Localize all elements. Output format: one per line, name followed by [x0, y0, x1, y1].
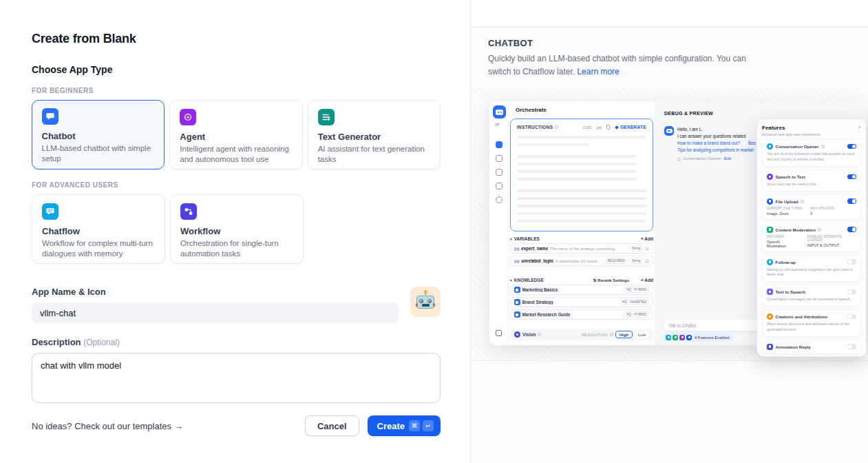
info-icon	[555, 125, 558, 129]
card-description: Orchestration for single-turn automation…	[180, 238, 293, 259]
placeholder-line	[517, 197, 646, 200]
variable-braces-icon: {x}	[514, 259, 519, 263]
feature-card-follow-up: Follow-up Setting up next questions sugg…	[762, 255, 861, 282]
mock-switch-icon: ⇄	[495, 121, 500, 127]
advanced-group-label: FOR ADVANCED USERS	[32, 181, 441, 189]
card-title: Agent	[180, 132, 292, 142]
app-type-card-workflow[interactable]: Workflow Orchestration for single-turn a…	[170, 194, 304, 264]
mock-nav-orchestrate-icon	[496, 141, 502, 148]
create-button[interactable]: Create ⌘ ↵	[368, 415, 441, 436]
create-form-panel: Create from Blank Choose App Type FOR BE…	[0, 0, 470, 463]
mock-sidebar-bottom-icon	[496, 330, 502, 336]
description-block: Description (Optional) chat with vllm mo…	[32, 337, 441, 406]
generate-button: GENERATE	[615, 125, 646, 130]
info-icon	[538, 333, 541, 336]
instructions-header: INSTRUCTIONS 2182 {x} GENERATE	[517, 125, 646, 130]
card-description: LLM-based chatbot with simple setup	[42, 143, 155, 164]
resolution-high-option: High	[615, 331, 633, 338]
enter-key-icon: ↵	[423, 420, 434, 431]
mock-nav-logs-icon	[496, 169, 502, 176]
mock-knowledge-section: ▾ KNOWLEDGE ⇅ Rerank Settings + Add Mark…	[510, 278, 653, 320]
speech-mini-icon	[679, 335, 685, 340]
preview-heading: CHATBOT	[488, 38, 851, 48]
toggle-switch	[847, 174, 856, 180]
info-icon	[801, 200, 804, 203]
microphone-icon	[767, 174, 773, 180]
app-name-label: App Name & Icon	[32, 287, 441, 297]
advanced-cards: Chatflow Workflow for complex multi-turn…	[32, 194, 441, 264]
app-type-card-chatbot[interactable]: Chatbot LLM-based chatbot with simple se…	[32, 100, 165, 169]
chat-bubble-icon	[42, 108, 59, 125]
templates-link[interactable]: No ideas? Check out our templates→	[32, 421, 183, 431]
greeting-line: Hello, I am L.	[677, 126, 756, 133]
token-count: 2182	[583, 125, 592, 130]
knowledge-title: KNOWLEDGE	[514, 278, 544, 282]
variables-braces-icon: {x}	[597, 125, 602, 130]
app-type-card-chatflow[interactable]: Chatflow Workflow for complex multi-turn…	[32, 194, 165, 264]
required-pill: REQUIRED	[605, 258, 627, 264]
placeholder-line	[517, 205, 646, 207]
add-variable-button: + Add	[641, 236, 653, 241]
file-mini-icon	[686, 335, 692, 340]
feature-card-content-moderation: Content Moderation PROVIDER OpenAI Moder…	[762, 223, 861, 252]
preview-description: Quickly build an LLM-based chatbot with …	[488, 52, 767, 78]
suggestion-link: How to make a brand stand out?	[677, 140, 740, 147]
instructions-title: INSTRUCTIONS	[517, 125, 553, 130]
mock-features-panel: Features × Enhance web app user experien…	[756, 119, 867, 357]
placeholder-line	[517, 163, 636, 165]
opener-icon	[677, 158, 681, 161]
variable-row: {x} unrelated_topic A placeholder for to…	[510, 256, 653, 266]
dataset-icon	[514, 299, 520, 305]
description-label: Description (Optional)	[32, 337, 441, 347]
card-title: Workflow	[180, 226, 293, 236]
app-type-card-agent[interactable]: Agent Intelligent agent with reasoning a…	[169, 100, 302, 169]
description-textarea[interactable]: chat with vllm model	[32, 353, 441, 403]
placeholder-line	[517, 220, 646, 223]
index-mode-pill: HQ · HYBRID	[624, 287, 649, 293]
toggle-switch	[847, 144, 856, 150]
mock-instructions-panel: INSTRUCTIONS 2182 {x} GENERATE	[510, 119, 653, 232]
copy-icon	[606, 125, 611, 130]
mock-app-robot-icon	[493, 105, 506, 119]
footer-buttons: Cancel Create ⌘ ↵	[305, 415, 441, 436]
greeting-line: I can answer your questions related	[677, 133, 756, 140]
feature-card-annotation-reply: Annotation Reply	[762, 340, 861, 354]
agent-head-icon	[180, 109, 196, 125]
app-type-card-text-generator[interactable]: Text Generator AI assistant for text gen…	[308, 100, 441, 169]
toggle-switch	[847, 198, 856, 204]
feature-card-file-upload: File Upload SUPPORT FILE TYPES Image, Do…	[762, 194, 861, 220]
card-title: Chatbot	[42, 131, 155, 141]
placeholder-line	[517, 178, 636, 181]
opener-icon	[767, 143, 773, 150]
annotation-icon	[767, 344, 773, 350]
follow-up-icon	[767, 259, 773, 265]
placeholder-line	[517, 136, 646, 138]
placeholder-line	[517, 143, 589, 146]
dataset-icon	[514, 287, 520, 293]
app-icon-picker-button[interactable]	[410, 287, 441, 317]
modal-footer: No ideas? Check out our templates→ Cance…	[32, 415, 441, 436]
card-title: Chatflow	[42, 226, 155, 236]
knowledge-row: Market Research Guide HQ · HYBRID	[510, 309, 653, 320]
page-title: Create from Blank	[32, 32, 441, 46]
feature-card-speech-to-text: Speech to Text Voice input can be used i…	[762, 169, 861, 192]
preview-topbar	[471, 0, 868, 28]
cmd-key-icon: ⌘	[409, 420, 420, 431]
placeholder-line	[517, 212, 646, 215]
learn-more-link[interactable]: Learn more	[577, 67, 619, 76]
toggle-switch	[847, 314, 856, 320]
plus-icon: +	[645, 247, 649, 251]
card-description: Intelligent agent with reasoning and aut…	[180, 144, 292, 165]
toggle-switch	[847, 289, 856, 295]
moderation-mini-icon	[673, 335, 678, 340]
feature-card-conversation-opener: Conversation Opener You are an entity ex…	[762, 139, 861, 167]
cancel-button[interactable]: Cancel	[305, 415, 359, 436]
robot-emoji-icon	[416, 294, 435, 310]
plus-icon: +	[645, 259, 649, 263]
dataset-icon	[514, 311, 520, 318]
add-knowledge-button: + Add	[641, 278, 653, 282]
mock-nav-image-icon	[496, 155, 502, 162]
mock-nav-docs-icon	[496, 183, 502, 189]
mock-sidebar: ⇄	[489, 101, 509, 345]
app-name-input[interactable]	[32, 302, 399, 323]
